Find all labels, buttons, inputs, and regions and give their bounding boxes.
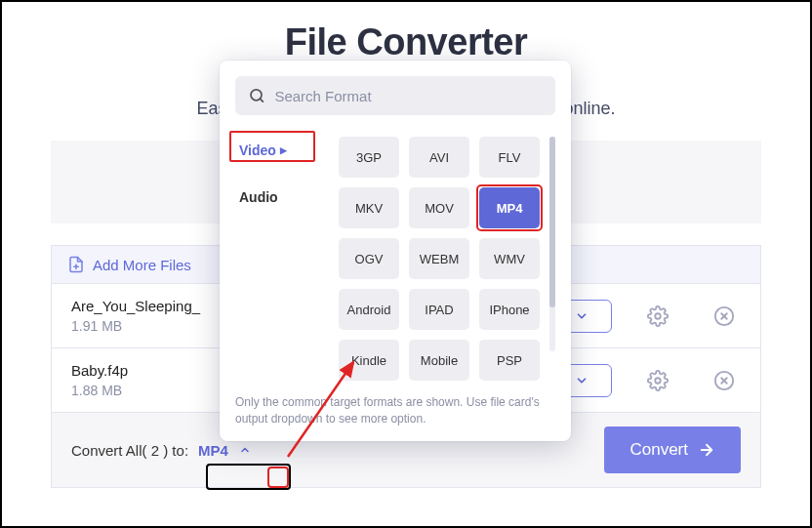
format-option[interactable]: FLV xyxy=(479,137,540,178)
format-option[interactable]: MP4 xyxy=(479,187,540,228)
format-option[interactable]: Mobile xyxy=(409,340,469,381)
category-audio[interactable]: Audio xyxy=(235,183,321,211)
popover-note: Only the common target formats are shown… xyxy=(235,394,555,427)
convert-all-select[interactable]: MP4 xyxy=(198,441,254,459)
format-search-input[interactable] xyxy=(274,88,542,104)
category-video[interactable]: Video ▶ xyxy=(235,137,321,164)
format-option[interactable]: OGV xyxy=(339,238,399,279)
gear-icon xyxy=(647,305,669,327)
svg-point-6 xyxy=(655,378,661,384)
format-popover: Video ▶ Audio 3GPAVIFLVMKVMOVMP4OGVWEBMW… xyxy=(220,61,571,441)
scrollbar[interactable] xyxy=(549,137,555,351)
format-option[interactable]: IPhone xyxy=(479,289,540,330)
format-option[interactable]: Kindle xyxy=(339,340,399,381)
arrow-right-icon xyxy=(698,441,715,459)
format-categories: Video ▶ Audio xyxy=(235,137,321,381)
chevron-down-icon xyxy=(575,374,589,387)
settings-button[interactable] xyxy=(647,370,669,391)
chevron-up-icon xyxy=(236,441,254,459)
remove-file-button[interactable] xyxy=(713,370,735,391)
format-option[interactable]: MKV xyxy=(339,187,399,228)
scrollbar-thumb[interactable] xyxy=(549,137,555,307)
format-option[interactable]: IPAD xyxy=(409,289,469,330)
close-circle-icon xyxy=(713,370,735,391)
close-circle-icon xyxy=(713,305,735,327)
convert-all-label: Convert All( 2 ) to: xyxy=(71,442,188,459)
format-option[interactable]: WEBM xyxy=(409,238,469,279)
add-more-label: Add More Files xyxy=(93,257,191,273)
format-option[interactable]: 3GP xyxy=(339,137,399,178)
svg-point-2 xyxy=(655,313,661,319)
search-icon xyxy=(249,87,264,104)
convert-button[interactable]: Convert xyxy=(604,426,741,473)
file-plus-icon xyxy=(67,256,85,273)
svg-line-12 xyxy=(260,99,263,102)
app-title: File Converter xyxy=(2,21,810,63)
convert-label: Convert xyxy=(629,440,688,460)
remove-file-button[interactable] xyxy=(713,305,735,327)
format-option[interactable]: MOV xyxy=(409,187,469,228)
format-option[interactable]: PSP xyxy=(479,340,540,381)
convert-all-value: MP4 xyxy=(198,442,228,459)
format-search[interactable] xyxy=(235,76,555,115)
gear-icon xyxy=(647,370,669,391)
format-option[interactable]: AVI xyxy=(409,137,469,178)
format-option[interactable]: Android xyxy=(339,289,399,330)
settings-button[interactable] xyxy=(647,305,669,327)
chevron-right-icon: ▶ xyxy=(280,145,287,155)
chevron-down-icon xyxy=(575,309,589,323)
format-option[interactable]: WMV xyxy=(479,238,540,279)
format-grid: 3GPAVIFLVMKVMOVMP4OGVWEBMWMVAndroidIPADI… xyxy=(339,137,540,381)
